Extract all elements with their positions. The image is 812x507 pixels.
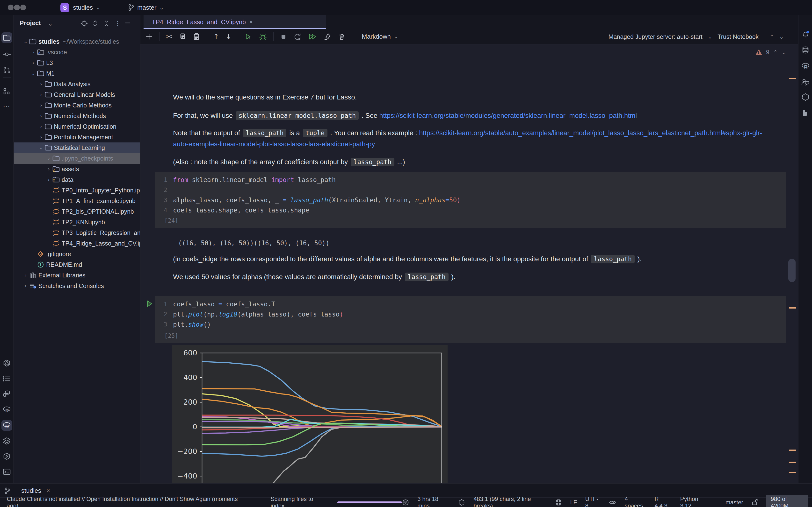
- chevron-right-icon[interactable]: ›: [46, 166, 52, 172]
- project-switcher[interactable]: studies ⌄: [73, 0, 100, 15]
- prev-cell-icon[interactable]: ⌃: [769, 34, 774, 40]
- jupyter-server-select[interactable]: Managed Jupyter server: auto-start: [609, 33, 703, 40]
- chevron-right-icon[interactable]: ›: [22, 272, 29, 278]
- tree-item-tp4-ridge-lasso-and-cv-ipynb[interactable]: TP4_Ridge_Lasso_and_CV.ipynb: [14, 238, 140, 249]
- tree-item-tp2-bis-optional-ipynb[interactable]: TP2_bis_OPTIONAL.ipynb: [14, 206, 140, 217]
- debug-button[interactable]: [259, 33, 267, 41]
- tree-item-tp0-intro-jupyter-python-ipynb[interactable]: TP0_Intro_Jupyter_Python.ipynb: [14, 185, 140, 195]
- tool-strip-more[interactable]: ⋯: [1, 101, 12, 111]
- right-strip-assistant-chat[interactable]: [800, 76, 811, 87]
- tool-strip-terminal[interactable]: [1, 466, 12, 477]
- code-cell[interactable]: 1from sklearn.linear_model import lasso_…: [155, 172, 786, 228]
- chevron-down-icon[interactable]: ⌄: [38, 145, 44, 151]
- run-all-button[interactable]: [308, 33, 317, 41]
- tool-strip-services[interactable]: [1, 451, 12, 462]
- tree-item-assets[interactable]: ›△assets: [14, 164, 140, 174]
- panel-title[interactable]: Project: [19, 19, 41, 27]
- chevron-right-icon[interactable]: ›: [38, 81, 44, 87]
- status-item[interactable]: R 4.4.3: [654, 496, 672, 507]
- code-cell[interactable]: 1coefs_lasso = coefs_lasso.T2plt.plot(np…: [155, 296, 786, 343]
- chevron-down-icon[interactable]: ⌄: [22, 39, 29, 44]
- right-strip-hexagon-plugin[interactable]: [800, 92, 811, 102]
- cell-type-select[interactable]: Markdown⌄: [362, 33, 398, 40]
- tool-strip-graphql[interactable]: [1, 358, 12, 369]
- chevron-right-icon[interactable]: ›: [38, 124, 44, 129]
- kebab-icon[interactable]: ⋮: [114, 20, 121, 27]
- chevron-right-icon[interactable]: ›: [30, 60, 37, 66]
- error-stripe-mark[interactable]: [789, 462, 796, 463]
- tool-strip-r-graphics[interactable]: R: [1, 420, 12, 431]
- chevron-right-icon[interactable]: ›: [22, 283, 29, 289]
- tree-item-studies[interactable]: ⌄studies~/Workspace/studies: [14, 36, 140, 47]
- branch-switcher[interactable]: master ⌄: [128, 0, 164, 15]
- tree-item-external-libraries[interactable]: ›External Libraries: [14, 270, 140, 281]
- right-strip-plugin-puzzle[interactable]: [800, 107, 811, 118]
- run-button[interactable]: [244, 33, 253, 41]
- tool-strip-project-folder[interactable]: [1, 32, 12, 43]
- tool-strip-todo-list[interactable]: [1, 374, 12, 384]
- copy-button[interactable]: [179, 33, 186, 41]
- tree-item-data-analysis[interactable]: ›Data Analysis: [14, 79, 140, 89]
- tree-item-data[interactable]: ›⌸data: [14, 174, 140, 185]
- hide-icon[interactable]: [124, 20, 131, 26]
- window-close-button[interactable]: [8, 5, 13, 10]
- error-stripe-mark[interactable]: [789, 472, 796, 473]
- delete-button[interactable]: [338, 33, 346, 41]
- tree-item-readme-md[interactable]: README.md: [14, 259, 140, 270]
- eye-icon[interactable]: [609, 499, 616, 506]
- status-item[interactable]: 483:1 (99 chars, 2 line breaks): [473, 496, 546, 507]
- chevron-right-icon[interactable]: ›: [38, 92, 44, 98]
- next-cell-icon[interactable]: ⌄: [779, 34, 784, 40]
- window-zoom-button[interactable]: [20, 5, 26, 10]
- cut-button[interactable]: ✂: [166, 32, 172, 41]
- trust-notebook-button[interactable]: Trust Notebook: [717, 33, 759, 40]
- hex-code-icon[interactable]: [458, 499, 465, 506]
- error-stripe-mark[interactable]: [789, 307, 796, 308]
- chevron-down-icon[interactable]: ⌄: [781, 49, 786, 55]
- inspections-widget[interactable]: 9 ⌃ ⌄: [755, 49, 786, 56]
- tree-item--ipynb-checkpoints[interactable]: ›.ipynb_checkpoints: [14, 153, 140, 164]
- tool-strip-modules[interactable]: [1, 86, 12, 97]
- avatar[interactable]: S: [60, 3, 69, 12]
- status-item[interactable]: LF: [570, 499, 577, 506]
- expand-all-icon[interactable]: [92, 20, 99, 27]
- tool-strip-r-console[interactable]: R: [1, 404, 12, 415]
- tree-item-tp2-knn-ipynb[interactable]: TP2_KNN.ipynb: [14, 217, 140, 227]
- close-icon[interactable]: ×: [46, 487, 50, 494]
- add-cell-button[interactable]: [145, 33, 153, 41]
- memory-indicator[interactable]: 980 of 4200M: [766, 495, 808, 507]
- move-down-button[interactable]: ↓: [225, 32, 232, 41]
- tab-close-icon[interactable]: ×: [249, 18, 253, 26]
- chevron-up-icon[interactable]: ⌃: [773, 49, 777, 55]
- editor-scrollbar[interactable]: [788, 259, 796, 282]
- locate-icon[interactable]: [81, 20, 88, 27]
- error-stripe-mark[interactable]: [789, 78, 796, 79]
- tree-item-numerical-optimisation[interactable]: ›Numerical Optimisation: [14, 121, 140, 132]
- tree-item-l3[interactable]: ›L3: [14, 57, 140, 68]
- tree-item-tp1-a-first-example-ipynb[interactable]: TP1_A_first_example.ipynb: [14, 195, 140, 206]
- window-minimize-button[interactable]: [14, 5, 20, 10]
- tree-item-statistical-learning[interactable]: ⌄Statistical Learning: [14, 143, 140, 153]
- clear-button[interactable]: [323, 33, 332, 41]
- tool-strip-pull-request[interactable]: [1, 65, 12, 75]
- hyperlink[interactable]: https://scikit-learn.org/stable/modules/…: [379, 112, 637, 119]
- paste-button[interactable]: [193, 33, 200, 41]
- tree-item-m1[interactable]: ⌄M1: [14, 68, 140, 79]
- tool-strip-commit[interactable]: [1, 49, 12, 60]
- tool-strip-layers[interactable]: [1, 436, 12, 446]
- chevron-right-icon[interactable]: ›: [38, 113, 44, 119]
- grid-icon[interactable]: [555, 499, 562, 506]
- tree-item-general-linear-models[interactable]: ›General Linear Models: [14, 89, 140, 100]
- restart-button[interactable]: [293, 33, 302, 41]
- right-strip-r-tools[interactable]: R: [800, 61, 811, 71]
- status-item[interactable]: Python 3.12: [680, 496, 709, 507]
- tree-item--vscode[interactable]: ›✕.vscode: [14, 47, 140, 57]
- tree-item-scratches-and-consoles[interactable]: ›Scratches and Consoles: [14, 281, 140, 291]
- right-strip-database[interactable]: [800, 45, 811, 56]
- git-branch-icon[interactable]: [4, 487, 11, 495]
- tool-strip-python[interactable]: [1, 389, 12, 400]
- lock-icon[interactable]: [751, 499, 758, 506]
- error-stripe-mark[interactable]: [789, 450, 796, 451]
- right-strip-notifications[interactable]: [800, 29, 811, 40]
- chevron-right-icon[interactable]: ›: [38, 102, 44, 108]
